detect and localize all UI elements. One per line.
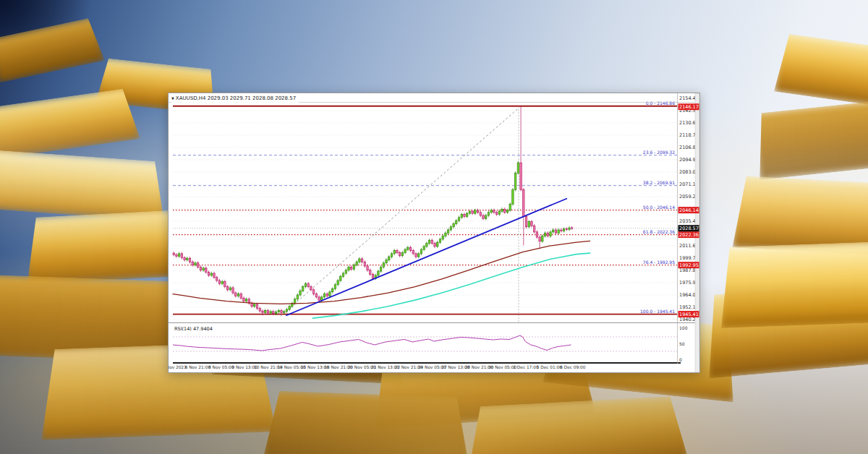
chart-title-text: XAUUSD,H4 2029.03 2029.71 2028.08 2028.5… [176,95,296,101]
candle-body [340,276,341,280]
candle-body [388,257,390,260]
projection-dashed[interactable] [281,108,519,316]
candle-body [173,253,174,254]
candle-body [553,230,554,232]
candle-body [310,287,312,290]
candle-body [262,311,263,312]
candle-body [434,244,435,247]
candle-body [367,266,368,270]
support-trendline[interactable] [286,198,567,315]
time-axis-label: 6 Nov 21:00 [185,365,211,369]
candle-body [192,262,193,265]
candle-body [331,288,333,291]
candle-body [302,287,304,291]
fib-level-label: 61.8 - 2022.36 [643,229,675,234]
candle-body [264,310,265,312]
candle-body [469,211,470,213]
candle-body [195,263,196,265]
candle-body [442,236,443,239]
candle-body [232,288,234,293]
candle-body [229,288,231,290]
candle-body [326,294,328,296]
candle-body [299,291,301,295]
fib-level-label: 38.2 - 2069.91 [643,180,675,185]
candle-body [267,310,268,313]
symbol-dropdown-icon[interactable]: ▼ [171,96,174,100]
fib-level-label: 50.0 - 2046.14 [643,205,675,210]
candle-body [456,220,457,223]
candle-body [396,251,398,253]
candle-body [318,297,320,300]
candle-body [482,215,484,218]
candle-body [517,163,519,173]
candle-body [550,232,551,236]
chart-title-bar[interactable]: ▼XAUUSD,H4 2029.03 2029.71 2028.08 2028.… [171,95,299,103]
candle-body [337,280,339,285]
candle-body [407,247,409,249]
candle-body [501,209,503,211]
price-line-axis-box-value: 2046.14 [679,207,699,213]
candle-body [498,211,500,214]
candle-body [356,262,357,265]
candle-body [512,189,514,204]
candle-body [315,294,317,297]
candle-body [278,310,279,312]
candle-body [509,204,511,210]
candle-body [353,265,354,270]
candle-body [488,213,489,215]
rsi-axis-label: 0 [679,357,682,362]
candle-body [533,226,535,232]
fib-level-label: 76.4 - 1992.95 [643,260,675,265]
price-line-axis-box-value: 2146.17 [679,104,699,110]
candle-body [181,254,182,258]
candle-body [187,258,188,260]
candle-body [558,230,559,233]
candle-body [409,247,411,250]
candle-body [218,280,220,283]
candle-body [504,209,506,212]
candle-body [364,262,365,266]
candle-body [544,233,545,236]
candle-body [464,215,465,217]
candle-body [245,299,247,301]
candle-body [477,210,478,213]
candle-body [197,263,198,267]
candle-body [399,252,400,255]
candle-body [426,244,427,247]
candle-body [213,273,215,278]
time-axis-label: 5 Dec 01:00 [537,365,563,369]
candle-body [547,233,548,236]
candle-body [536,232,537,237]
candle-body [284,312,285,312]
candle-body [523,189,524,216]
candle-body [251,303,252,306]
price-chart-canvas[interactable]: 2154.402142.502130.602118.702106.802094.… [169,93,699,372]
candle-body [200,267,201,270]
rsi-axis-label: 100 [679,325,688,330]
candle-body [461,215,462,218]
candle-body [458,218,459,220]
candle-body [208,273,209,275]
candle-body [297,295,298,299]
candle-body [305,283,306,286]
candle-body [273,312,274,314]
candle-body [386,260,387,262]
chart-window[interactable]: ▼XAUUSD,H4 2029.03 2029.71 2028.08 2028.… [168,93,700,373]
fib-level-label: 0.0 - 2146.86 [646,100,676,106]
candle-body [329,292,331,296]
candle-body [176,254,177,256]
candle-body [281,310,282,312]
candle-body [514,173,516,189]
candle-body [226,287,228,290]
candle-body [520,163,522,189]
candle-body [184,258,185,260]
candle-body [205,268,207,273]
candle-body [178,254,179,257]
candle-body [531,222,532,226]
candle-body [437,242,438,247]
candle-body [210,273,212,275]
candle-body [445,233,446,236]
candle-body [423,247,425,249]
candle-body [256,304,258,309]
candle-body [294,299,295,304]
